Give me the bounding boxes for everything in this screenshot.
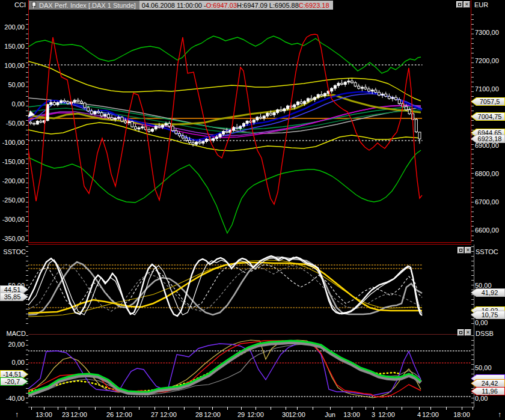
candle	[395, 97, 397, 100]
candle	[171, 126, 174, 131]
time-tick	[212, 407, 213, 410]
candle	[202, 141, 204, 143]
candle	[53, 103, 55, 105]
title-quote-segment: 04.06.2008 11:00:00 - O:6947.03 H:6947.0…	[139, 1, 333, 10]
candle	[358, 86, 360, 88]
price-cci-chart-canvas[interactable]	[28, 10, 471, 242]
series-envelope-lower-green	[28, 150, 421, 233]
axis-label: 0,00	[475, 395, 488, 402]
axis-label: 6700,00	[475, 198, 499, 205]
candle	[141, 127, 144, 128]
trading-app-window: CCI EUR SSTOC SSTOC MACD DSSB DAX Perf. …	[0, 0, 505, 420]
candle	[375, 90, 377, 93]
time-label: 12:00	[115, 411, 132, 418]
macd-left-label: MACD	[7, 330, 26, 337]
candle	[269, 113, 272, 115]
time-tick	[184, 407, 185, 410]
candle	[273, 112, 275, 115]
candle	[161, 125, 164, 127]
value-tag: 7057,5	[471, 97, 505, 106]
axis-label: 6800,00	[475, 170, 499, 177]
value-tag: -20,7	[0, 377, 28, 386]
series-bollinger-upper-yellow	[28, 61, 421, 101]
candle	[198, 142, 201, 143]
candle	[138, 128, 140, 129]
time-tick	[352, 407, 352, 410]
close-button[interactable]: ×	[464, 1, 470, 8]
time-label: 12:00	[70, 411, 87, 418]
axis-label: -250,00	[2, 196, 25, 204]
value-tag: 41,92	[471, 288, 505, 297]
candle	[415, 120, 417, 132]
time-tick	[66, 407, 66, 410]
axis-label: -100,00	[2, 139, 25, 146]
time-tick	[241, 407, 242, 410]
candle	[155, 126, 157, 129]
axis-label: 50,00	[8, 81, 25, 88]
candle	[215, 137, 218, 139]
candle	[344, 82, 346, 85]
candle	[40, 121, 42, 123]
macd-chart-canvas[interactable]	[28, 335, 471, 406]
candle	[418, 132, 421, 139]
candle	[46, 105, 49, 121]
time-tick	[79, 407, 79, 410]
time-tick	[366, 407, 366, 410]
candle	[131, 122, 133, 127]
time-tick	[44, 407, 44, 410]
candle	[388, 96, 390, 99]
axis-label: 7100,00	[475, 85, 499, 93]
candle	[347, 81, 350, 82]
time-tick	[297, 407, 298, 410]
title-bar[interactable]: DAX Perf. Index [.DAX 1 Stunde] 04.06.20…	[29, 1, 333, 10]
candle	[225, 132, 228, 133]
time-axis[interactable]: 13:002312:002612:002712:002812:002912:00…	[0, 407, 505, 420]
restore-icon	[459, 331, 462, 334]
series-envelope-upper-green	[28, 36, 421, 73]
quote-open: O:6947.03	[206, 2, 237, 9]
candle	[73, 100, 76, 102]
scroll-arrow-icon[interactable]: ↑	[498, 410, 501, 419]
scroll-arrow-icon[interactable]: ↑	[15, 410, 19, 419]
time-tick	[155, 407, 155, 410]
candle	[300, 102, 302, 104]
candle	[111, 118, 113, 120]
candle	[182, 136, 184, 138]
close-icon: ×	[465, 1, 468, 7]
candle	[57, 103, 59, 105]
price-right-ticks	[471, 14, 474, 242]
candle	[263, 116, 265, 118]
candle	[222, 132, 225, 135]
time-tick	[462, 407, 462, 410]
candle	[36, 121, 38, 124]
candle	[148, 130, 150, 132]
axis-label: 100,00	[4, 62, 25, 69]
sstoc-chart-canvas[interactable]	[28, 245, 471, 327]
time-tick	[387, 407, 387, 410]
candle	[175, 131, 177, 134]
candle	[323, 94, 326, 96]
restore-button[interactable]	[456, 1, 463, 8]
time-label: 12:00	[422, 411, 439, 418]
candle	[127, 122, 130, 123]
candle	[408, 110, 411, 114]
candle	[63, 101, 66, 102]
candle	[188, 141, 191, 143]
candle	[341, 84, 343, 85]
candle	[152, 129, 154, 132]
time-tick	[139, 407, 139, 410]
series-stoch-yellow-thick	[28, 263, 422, 313]
candle	[121, 117, 123, 121]
time-label: 28	[195, 411, 203, 418]
candle	[334, 85, 336, 88]
time-label: 12:00	[204, 411, 221, 418]
candle	[158, 126, 161, 127]
candle	[104, 114, 106, 116]
candle	[67, 102, 69, 104]
sstoc-left-label: SSTOC	[3, 248, 26, 255]
candle	[117, 117, 120, 118]
time-tick	[473, 407, 473, 410]
time-label: 12:00	[378, 411, 395, 418]
candle	[246, 121, 248, 124]
axis-label: -200,00	[2, 177, 25, 184]
